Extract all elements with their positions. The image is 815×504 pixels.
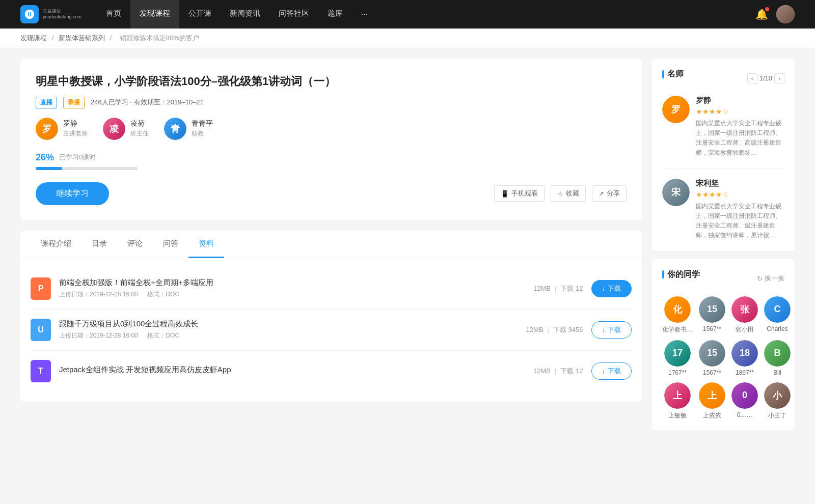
classmate-6[interactable]: 18 1867** <box>731 340 758 376</box>
classmate-4[interactable]: 17 1767** <box>662 340 693 376</box>
classmate-name-4: 1767** <box>668 369 687 376</box>
course-card: 明星中教授课，小学阶段语法100分–强化级第1讲动词（一） 直播 录播 246人… <box>20 59 642 220</box>
breadcrumb-series[interactable]: 新媒体营销系列 <box>59 34 105 42</box>
classmate-0[interactable]: 化 化学教书… <box>662 296 693 334</box>
teacher-role-1: 班主任 <box>130 129 149 138</box>
course-title: 明星中教授课，小学阶段语法100分–强化级第1讲动词（一） <box>36 74 627 90</box>
file-meta-0: 上传日期：2019-12-28 16:00 格式：DOC <box>59 290 525 299</box>
sidebar-teacher-info-0: 罗静 ★★★★☆ 国内某重点大学安全工程专业硕士，国家一级注册消防工程师、注册安… <box>696 96 784 158</box>
tab-intro[interactable]: 课程介绍 <box>31 231 82 258</box>
teachers-list: 罗 罗静 主讲老师 凌 凌荷 班主任 <box>36 118 627 140</box>
classmate-name-7: Bill <box>773 369 781 376</box>
nav-home[interactable]: 首页 <box>97 0 130 29</box>
classmate-name-11: 小王丁 <box>768 411 786 420</box>
classmate-11[interactable]: 小 小王丁 <box>764 382 791 420</box>
sidebar-teacher-avatar-1: 宋 <box>662 179 690 206</box>
collect-label: 收藏 <box>566 189 579 198</box>
download-icon-0: ↓ <box>602 285 606 292</box>
breadcrumb-discover[interactable]: 发现课程 <box>20 34 47 42</box>
teacher-name-2: 青青平 <box>192 119 213 128</box>
sidebar: 名师 ‹ 1/10 › 罗 罗静 ★★★★☆ 国内某重点大学安全工程专业硕士，国… <box>652 59 795 438</box>
nav-exam[interactable]: 题库 <box>318 0 352 29</box>
file-info-2: Jetpack全组件实战 开发短视频应用高仿皮皮虾App <box>59 365 525 377</box>
main-layout: 明星中教授课，小学阶段语法100分–强化级第1讲动词（一） 直播 录播 246人… <box>0 48 815 449</box>
download-icon-1: ↓ <box>602 326 606 333</box>
sidebar-teacher-1: 宋 宋利坚 ★★★★☆ 国内某重点大学安全工程专业硕士，国家一级注册消防工程师、… <box>662 179 784 241</box>
nav-right: 🔔 <box>755 5 795 23</box>
file-stats-2: 12MB | 下载 12 <box>533 367 583 376</box>
classmate-name-5: 1567** <box>703 369 721 376</box>
progress-section: 26% 已学习0课时 <box>36 152 627 170</box>
nav-open[interactable]: 公开课 <box>179 0 221 29</box>
download-button-1[interactable]: ↓ 下载 <box>591 321 632 339</box>
teacher-name-1: 凌荷 <box>130 119 149 128</box>
bell-button[interactable]: 🔔 <box>755 8 768 20</box>
refresh-button[interactable]: ↻ 换一换 <box>757 274 784 283</box>
teacher-role-2: 助教 <box>192 129 213 138</box>
page-next[interactable]: › <box>774 73 784 83</box>
classmate-name-2: 张小田 <box>736 325 754 334</box>
sidebar-teacher-info-1: 宋利坚 ★★★★☆ 国内某重点大学安全工程专业硕士，国家一级注册消防工程师、注册… <box>696 179 784 241</box>
collect-button[interactable]: ☆ 收藏 <box>551 185 586 202</box>
nav-qa[interactable]: 问答社区 <box>269 0 318 29</box>
classmate-3[interactable]: C Charles <box>764 296 791 334</box>
teacher-avatar-1: 凌 <box>103 118 125 140</box>
sidebar-teacher-stars-1: ★★★★☆ <box>696 190 784 199</box>
file-item-1: U 跟随千万级项目从0到100全过程高效成长 上传日期：2019-12-28 1… <box>31 310 632 351</box>
sidebar-teacher-name-0: 罗静 <box>696 96 784 105</box>
mobile-watch-label: 手机观看 <box>511 189 538 198</box>
tab-qa[interactable]: 问答 <box>153 231 188 258</box>
tab-toc[interactable]: 目录 <box>82 231 117 258</box>
teachers-sidebar-title: 名师 <box>662 69 684 79</box>
nav-discover[interactable]: 发现课程 <box>130 0 179 29</box>
file-icon-2: T <box>31 360 51 382</box>
logo-text: 云朵课堂 yunduoketang.com <box>43 9 82 20</box>
nav-news[interactable]: 新闻资讯 <box>221 0 269 29</box>
main-content: 明星中教授课，小学阶段语法100分–强化级第1讲动词（一） 直播 录播 246人… <box>20 59 642 438</box>
star-icon: ☆ <box>557 190 563 198</box>
file-downloads-1: 下载 3456 <box>553 325 583 334</box>
classmate-5[interactable]: 15 1567** <box>699 340 725 376</box>
classmate-name-6: 1867** <box>736 369 754 376</box>
user-avatar-img <box>776 5 795 23</box>
teacher-avatar-0: 罗 <box>36 118 58 140</box>
continue-button[interactable]: 继续学习 <box>36 182 109 205</box>
logo[interactable]: 云朵课堂 yunduoketang.com <box>20 5 82 23</box>
mobile-watch-button[interactable]: 📱 手机观看 <box>494 185 545 202</box>
teacher-item-2: 青 青青平 助教 <box>164 118 213 140</box>
classmate-2[interactable]: 张 张小田 <box>731 296 758 334</box>
sidebar-teacher-avatar-0: 罗 <box>662 96 690 123</box>
nav-more[interactable]: ··· <box>352 0 377 29</box>
progress-label: 26% 已学习0课时 <box>36 152 627 163</box>
file-size-2: 12MB <box>533 367 551 375</box>
progress-pct: 26% <box>36 152 54 163</box>
classmate-7[interactable]: B Bill <box>764 340 791 376</box>
classmate-9[interactable]: 上 上依依 <box>699 382 725 420</box>
page-prev[interactable]: ‹ <box>747 73 757 83</box>
teachers-sidebar-card: 名师 ‹ 1/10 › 罗 罗静 ★★★★☆ 国内某重点大学安全工程专业硕士，国… <box>652 59 795 251</box>
file-meta-1: 上传日期：2019-12-28 16:00 格式：DOC <box>59 331 518 340</box>
tabs-section: 课程介绍 目录 评论 问答 资料 P 前端全栈加强版！前端全栈+全周期+多端应用… <box>20 231 642 402</box>
sidebar-teacher-0: 罗 罗静 ★★★★☆ 国内某重点大学安全工程专业硕士，国家一级注册消防工程师、注… <box>662 96 784 169</box>
file-info-1: 跟随千万级项目从0到100全过程高效成长 上传日期：2019-12-28 16:… <box>59 319 518 340</box>
share-button[interactable]: ↗ 分享 <box>592 185 627 202</box>
file-item-2: T Jetpack全组件实战 开发短视频应用高仿皮皮虾App 12MB | 下载… <box>31 351 632 391</box>
tab-review[interactable]: 评论 <box>117 231 153 258</box>
teacher-avatar-2: 青 <box>164 118 186 140</box>
classmate-10[interactable]: 0 0…… <box>731 382 758 420</box>
course-actions: 继续学习 📱 手机观看 ☆ 收藏 ↗ 分享 <box>36 182 627 205</box>
classmate-1[interactable]: 15 1567** <box>699 296 725 334</box>
navbar: 云朵课堂 yunduoketang.com 首页 发现课程 公开课 新闻资讯 问… <box>0 0 815 29</box>
classmate-name-9: 上依依 <box>703 411 721 420</box>
action-buttons: 📱 手机观看 ☆ 收藏 ↗ 分享 <box>494 185 627 202</box>
sidebar-teacher-stars-0: ★★★★☆ <box>696 107 784 116</box>
download-button-2[interactable]: ↓ 下载 <box>591 362 632 380</box>
file-stats-1: 12MB | 下载 3456 <box>526 325 583 334</box>
tab-material[interactable]: 资料 <box>188 231 224 258</box>
classmates-grid: 化 化学教书… 15 1567** 张 张小田 C Charles 17 1 <box>662 296 784 420</box>
refresh-icon: ↻ <box>757 275 763 283</box>
user-avatar-nav[interactable] <box>776 5 795 23</box>
pagination: ‹ 1/10 › <box>747 73 784 83</box>
download-button-0[interactable]: ↓ 下载 <box>591 280 632 297</box>
classmate-8[interactable]: 上 上敏敏 <box>662 382 693 420</box>
